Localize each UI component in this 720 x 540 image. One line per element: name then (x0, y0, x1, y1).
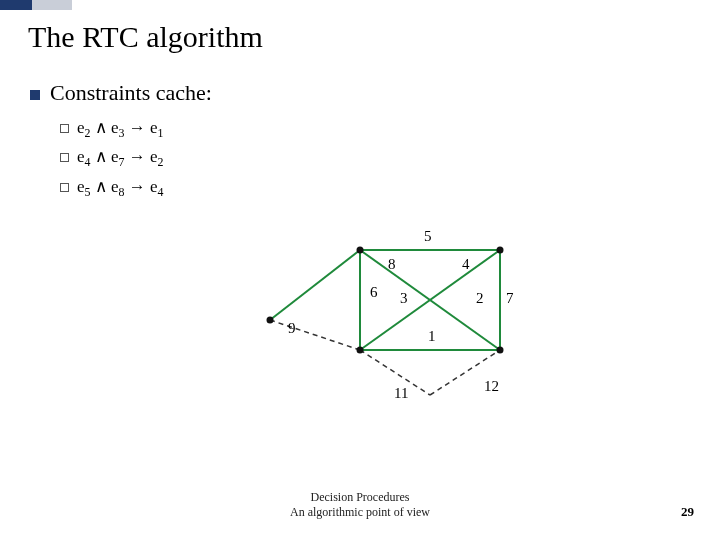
hollow-bullet-icon (60, 124, 69, 133)
bullet-text: Constraints cache: (50, 80, 212, 106)
svg-point-13 (357, 347, 364, 354)
footer-line2: An algorithmic point of view (0, 505, 720, 520)
svg-point-14 (267, 317, 274, 324)
edge-label-5: 5 (424, 228, 432, 245)
constraint-row: e4 ∧ e7 → e2 (60, 145, 164, 174)
constraint-list: e2 ∧ e3 → e1 e4 ∧ e7 → e2 e5 ∧ e8 (60, 116, 164, 204)
bullet-constraints-cache: Constraints cache: (30, 80, 212, 106)
constraint-text: e4 ∧ e7 → e2 (77, 145, 164, 174)
edge-label-2: 2 (476, 290, 484, 307)
graph-diagram: 5 8 4 6 3 2 7 9 1 11 12 (240, 220, 540, 420)
hollow-bullet-icon (60, 183, 69, 192)
edge-label-4: 4 (462, 256, 470, 273)
svg-line-6 (270, 250, 360, 320)
slide: The RTC algorithm Constraints cache: e2 … (0, 0, 720, 540)
constraint-row: e5 ∧ e8 → e4 (60, 175, 164, 204)
constraint-text: e2 ∧ e3 → e1 (77, 116, 164, 145)
edge-label-9: 9 (288, 320, 296, 337)
edge-label-1: 1 (428, 328, 436, 345)
hollow-bullet-icon (60, 153, 69, 162)
square-bullet-icon (30, 90, 40, 100)
page-number: 29 (681, 504, 694, 520)
edge-label-11: 11 (394, 385, 408, 402)
svg-point-11 (497, 247, 504, 254)
edge-label-7: 7 (506, 290, 514, 307)
edge-label-6: 6 (370, 284, 378, 301)
constraint-row: e2 ∧ e3 → e1 (60, 116, 164, 145)
slide-title: The RTC algorithm (28, 20, 263, 54)
footer: Decision Procedures An algorithmic point… (0, 490, 720, 520)
constraint-text: e5 ∧ e8 → e4 (77, 175, 164, 204)
edge-label-12: 12 (484, 378, 499, 395)
accent-bar (0, 0, 720, 10)
svg-point-12 (497, 347, 504, 354)
edge-label-3: 3 (400, 290, 408, 307)
edge-label-8: 8 (388, 256, 396, 273)
svg-point-10 (357, 247, 364, 254)
footer-line1: Decision Procedures (0, 490, 720, 505)
svg-line-7 (270, 320, 360, 350)
